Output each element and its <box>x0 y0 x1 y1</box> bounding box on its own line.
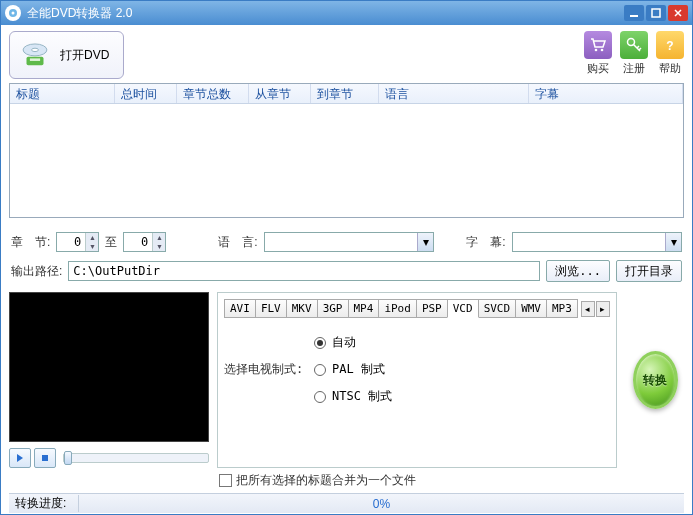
tab-vcd[interactable]: VCD <box>447 299 479 318</box>
open-dvd-button[interactable]: 打开DVD <box>9 31 124 79</box>
tab-avi[interactable]: AVI <box>224 299 256 318</box>
open-dvd-label: 打开DVD <box>60 47 109 64</box>
language-label: 语 言: <box>218 234 257 251</box>
tv-system-label: 选择电视制式: <box>224 361 303 378</box>
seek-slider[interactable] <box>63 453 209 463</box>
tab-flv[interactable]: FLV <box>255 299 287 318</box>
key-icon <box>620 31 648 59</box>
chapter-to-input[interactable] <box>124 235 152 249</box>
buy-button[interactable]: 购买 <box>584 31 612 76</box>
convert-button[interactable]: 转换 <box>633 351 678 409</box>
tv-pal-label: PAL 制式 <box>332 361 385 378</box>
output-path-input[interactable] <box>68 261 540 281</box>
window-title: 全能DVD转换器 2.0 <box>27 5 624 22</box>
tabs-scroll-right[interactable]: ▸ <box>596 301 610 317</box>
format-tabs: AVIFLVMKV3GPMP4iPodPSPVCDSVCDWMVMP3◂▸ <box>224 299 610 318</box>
tab-svcd[interactable]: SVCD <box>478 299 517 318</box>
svg-rect-7 <box>30 58 40 61</box>
titlebar: 全能DVD转换器 2.0 <box>1 1 692 25</box>
svg-rect-12 <box>42 455 48 461</box>
stop-button[interactable] <box>34 448 56 468</box>
help-button[interactable]: ? 帮助 <box>656 31 684 76</box>
chapter-from-spinner[interactable]: ▲▼ <box>56 232 99 252</box>
output-path-label: 输出路径: <box>11 263 62 280</box>
svg-rect-2 <box>630 15 638 17</box>
chapter-label: 章 节: <box>11 234 50 251</box>
preview-screen <box>9 292 209 442</box>
chevron-down-icon[interactable]: ▾ <box>665 233 681 251</box>
tab-mp4[interactable]: MP4 <box>348 299 380 318</box>
seek-thumb[interactable] <box>64 451 72 465</box>
minimize-button[interactable] <box>624 5 644 21</box>
chevron-down-icon[interactable]: ▾ <box>417 233 433 251</box>
title-list[interactable]: 标题 总时间 章节总数 从章节 到章节 语言 字幕 <box>9 83 684 218</box>
app-icon <box>5 5 21 21</box>
tv-auto-radio[interactable] <box>314 337 326 349</box>
help-icon: ? <box>656 31 684 59</box>
maximize-button[interactable] <box>646 5 666 21</box>
col-total-time[interactable]: 总时间 <box>115 84 177 103</box>
progress-bar: 0% <box>79 497 684 511</box>
col-to-chapter[interactable]: 到章节 <box>311 84 379 103</box>
col-language[interactable]: 语言 <box>379 84 529 103</box>
progress-label: 转换进度: <box>9 495 79 512</box>
register-button[interactable]: 注册 <box>620 31 648 76</box>
chapter-from-input[interactable] <box>57 235 85 249</box>
subtitle-label: 字 幕: <box>466 234 505 251</box>
svg-point-1 <box>12 12 15 15</box>
browse-button[interactable]: 浏览... <box>546 260 610 282</box>
list-header: 标题 总时间 章节总数 从章节 到章节 语言 字幕 <box>10 84 683 104</box>
tv-pal-radio[interactable] <box>314 364 326 376</box>
tv-ntsc-label: NTSC 制式 <box>332 388 392 405</box>
tab-psp[interactable]: PSP <box>416 299 448 318</box>
tab-wmv[interactable]: WMV <box>515 299 547 318</box>
subtitle-combo[interactable]: ▾ <box>512 232 682 252</box>
play-button[interactable] <box>9 448 31 468</box>
spin-up-icon[interactable]: ▲ <box>152 233 165 242</box>
merge-checkbox[interactable] <box>219 474 232 487</box>
cart-icon <box>584 31 612 59</box>
close-button[interactable] <box>668 5 688 21</box>
dvd-icon <box>18 38 52 72</box>
tabs-scroll-left[interactable]: ◂ <box>581 301 595 317</box>
spin-down-icon[interactable]: ▼ <box>152 242 165 251</box>
svg-text:?: ? <box>666 39 673 53</box>
col-subtitle[interactable]: 字幕 <box>529 84 683 103</box>
svg-point-8 <box>595 49 598 52</box>
tab-mkv[interactable]: MKV <box>286 299 318 318</box>
svg-point-5 <box>32 48 39 51</box>
chapter-to-label: 至 <box>105 234 117 251</box>
spin-up-icon[interactable]: ▲ <box>85 233 98 242</box>
tv-ntsc-radio[interactable] <box>314 391 326 403</box>
tab-mp3[interactable]: MP3 <box>546 299 578 318</box>
chapter-to-spinner[interactable]: ▲▼ <box>123 232 166 252</box>
tv-auto-label: 自动 <box>332 334 356 351</box>
svg-rect-3 <box>652 9 660 17</box>
tab-3gp[interactable]: 3GP <box>317 299 349 318</box>
tab-ipod[interactable]: iPod <box>378 299 417 318</box>
col-from-chapter[interactable]: 从章节 <box>249 84 311 103</box>
open-dir-button[interactable]: 打开目录 <box>616 260 682 282</box>
format-panel: AVIFLVMKV3GPMP4iPodPSPVCDSVCDWMVMP3◂▸ 自动… <box>217 292 617 468</box>
merge-label: 把所有选择的标题合并为一个文件 <box>236 472 416 489</box>
col-chapter-count[interactable]: 章节总数 <box>177 84 249 103</box>
svg-point-9 <box>601 49 604 52</box>
spin-down-icon[interactable]: ▼ <box>85 242 98 251</box>
language-combo[interactable]: ▾ <box>264 232 434 252</box>
col-title[interactable]: 标题 <box>10 84 115 103</box>
